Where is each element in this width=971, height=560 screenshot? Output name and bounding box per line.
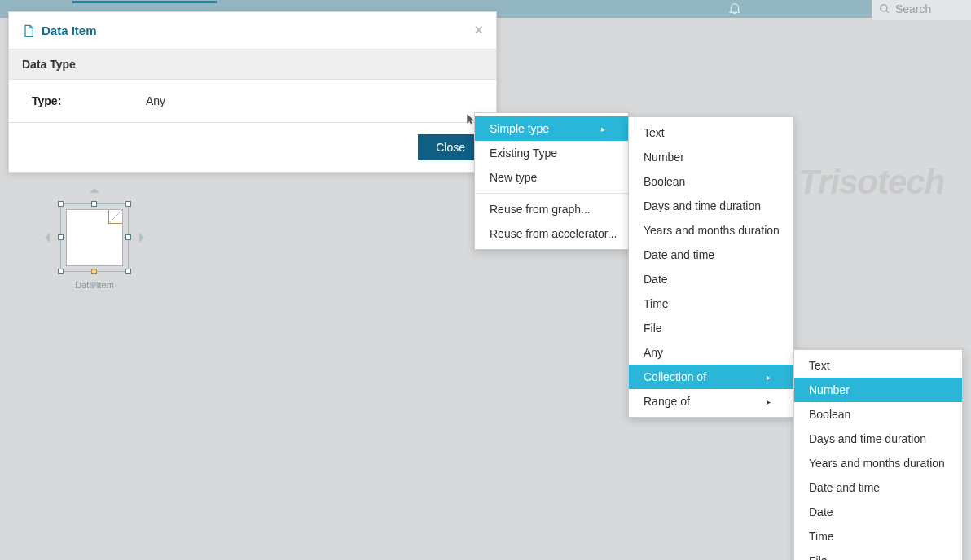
section-header: Data Type [9, 49, 496, 80]
menu-item[interactable]: Years and months duration [629, 218, 793, 243]
active-tab-indicator [72, 1, 217, 3]
dialog-close-x[interactable]: × [474, 22, 483, 39]
search-box[interactable] [872, 0, 971, 20]
menu-item[interactable]: File [629, 316, 793, 340]
watermark-text: Trisotech [798, 163, 944, 202]
type-label: Type: [32, 94, 146, 107]
menu-item[interactable]: Existing Type [475, 141, 628, 165]
menu-item[interactable]: New type [475, 165, 628, 190]
menu-item[interactable]: Date and time [794, 475, 962, 500]
bell-icon[interactable] [727, 1, 742, 20]
menu-item[interactable]: Text [629, 120, 793, 145]
dialog-footer: Close [9, 122, 496, 172]
dialog-header: Data Item × [9, 12, 496, 49]
menu-item[interactable]: Date [794, 500, 962, 524]
menu-item[interactable]: Number [629, 145, 793, 169]
menu-item[interactable]: Date and time [629, 243, 793, 267]
data-item-dialog: Data Item × Data Type Type: Any Close [8, 11, 497, 173]
menu-item[interactable]: Days and time duration [629, 194, 793, 218]
menu-item[interactable]: Boolean [794, 402, 962, 427]
menu-item[interactable]: Reuse from accelerator... [475, 221, 628, 246]
type-value[interactable]: Any [146, 94, 473, 107]
menu-item[interactable]: Date [629, 267, 793, 291]
context-menu-type: Simple typeExisting TypeNew typeReuse fr… [474, 112, 629, 250]
menu-item[interactable]: Time [794, 524, 962, 549]
context-menu-simple-type: TextNumberBooleanDays and time durationY… [628, 116, 794, 418]
document-icon [22, 24, 35, 38]
svg-point-0 [881, 5, 887, 11]
menu-item[interactable]: Simple type [475, 116, 628, 141]
menu-item[interactable]: Any [629, 340, 793, 365]
menu-item[interactable]: Years and months duration [794, 451, 962, 475]
menu-item[interactable]: Number [794, 378, 962, 402]
menu-divider [475, 193, 628, 194]
menu-item[interactable]: File [794, 549, 962, 560]
svg-line-1 [886, 11, 889, 13]
menu-item[interactable]: Reuse from graph... [475, 197, 628, 221]
menu-item[interactable]: Range of [629, 389, 793, 413]
type-row: Type: Any [9, 80, 496, 122]
menu-item[interactable]: Collection of [629, 365, 793, 389]
search-icon [879, 3, 890, 15]
search-input[interactable] [895, 2, 960, 15]
dialog-title: Data Item [42, 24, 97, 37]
menu-item[interactable]: Boolean [629, 169, 793, 194]
canvas-selected-shape[interactable]: Data Item [59, 203, 130, 290]
menu-item[interactable]: Days and time duration [794, 427, 962, 451]
menu-item[interactable]: Time [629, 291, 793, 316]
menu-item[interactable]: Text [794, 353, 962, 378]
context-menu-collection-of: TextNumberBooleanDays and time durationY… [793, 349, 963, 560]
